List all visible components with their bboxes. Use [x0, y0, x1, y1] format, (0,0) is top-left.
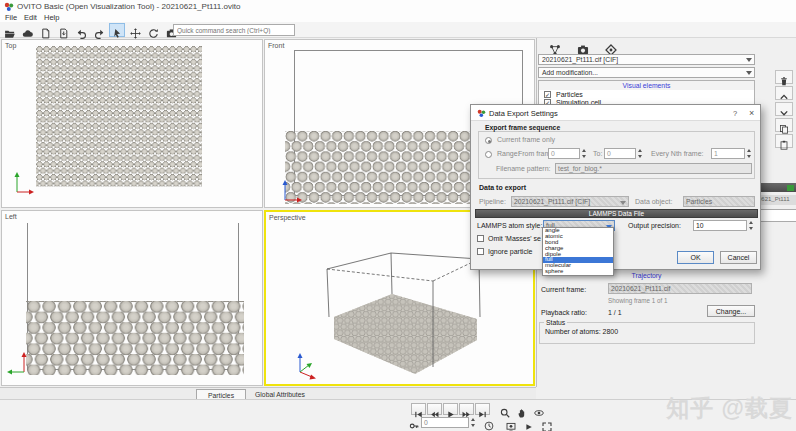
- file-section-header-partial: [758, 183, 796, 192]
- particles-render-left: [26, 301, 244, 375]
- pipeline-combo: 20210621_Pt111.cif [CIF]: [511, 196, 629, 207]
- axis-tripod-icon: [11, 168, 35, 196]
- chevron-up-icon[interactable]: [775, 86, 793, 100]
- axis-tripod-icon: [288, 350, 318, 382]
- dropdown-option[interactable]: sphere: [543, 269, 613, 275]
- maximize-icon[interactable]: [539, 418, 554, 431]
- jump-end-button[interactable]: [475, 403, 490, 415]
- viewport-front-label: Front: [268, 42, 284, 49]
- play-button[interactable]: [443, 403, 458, 415]
- from-frame-field[interactable]: 0: [548, 148, 580, 159]
- trash-icon[interactable]: [775, 70, 793, 84]
- hand-icon[interactable]: [514, 404, 529, 417]
- data-export-settings-dialog: Data Export Settings ? × Export frame se…: [470, 104, 761, 270]
- ignore-particle-label: Ignore particle: [488, 248, 532, 255]
- every-nth-spinner[interactable]: [746, 148, 753, 159]
- pipeline-label: Pipeline:: [479, 198, 506, 205]
- render-tab-icon[interactable]: [574, 40, 592, 55]
- visual-elements-header: Visual elements: [539, 81, 754, 90]
- filename-pattern-field[interactable]: test_for_blog.*: [555, 163, 752, 174]
- axis-tripod-icon: [6, 347, 32, 377]
- status-text: Number of atoms: 2800: [545, 328, 618, 335]
- to-label: To:: [593, 150, 602, 157]
- menu-help[interactable]: Help: [44, 13, 59, 22]
- output-precision-field[interactable]: 10: [693, 220, 747, 231]
- folder-open-icon[interactable]: [1, 23, 17, 37]
- jump-start-button[interactable]: [411, 403, 426, 415]
- status-header: Status: [544, 319, 567, 326]
- rotate-icon[interactable]: [145, 23, 161, 37]
- omit-masses-checkbox[interactable]: [477, 235, 484, 242]
- dialog-help-button[interactable]: ?: [733, 109, 737, 118]
- ovito-window: OVITO Basic (Open Visualization Tool) - …: [0, 0, 796, 431]
- dialog-close-button[interactable]: ×: [749, 108, 754, 118]
- magnifier-icon[interactable]: [497, 404, 512, 417]
- viewport-top[interactable]: Top: [1, 39, 263, 208]
- clipboard-icon[interactable]: [775, 134, 793, 148]
- input-field-partial[interactable]: [758, 209, 796, 222]
- file-save-icon[interactable]: [55, 23, 71, 37]
- viewport-left[interactable]: Left: [1, 210, 263, 386]
- cursor-icon[interactable]: [109, 23, 125, 37]
- clock-icon[interactable]: [481, 417, 496, 430]
- playback-ratio-value: 1 / 1: [608, 309, 622, 316]
- range-radio[interactable]: [485, 151, 492, 158]
- pipeline-source-selector[interactable]: 20210621_Pt111.cif [CIF]: [538, 54, 755, 65]
- from-frame-spinner[interactable]: [581, 148, 588, 159]
- watermark: 知乎 @载夏: [666, 393, 793, 424]
- cloud-import-icon[interactable]: [19, 23, 35, 37]
- visual-element-label: Particles: [556, 91, 583, 98]
- file-new-icon[interactable]: [37, 23, 53, 37]
- copy-icon[interactable]: [775, 118, 793, 132]
- status-ok-indicator: [787, 185, 794, 191]
- data-inspector-tabbar: Particles Global Attributes: [0, 387, 536, 399]
- menu-bar: File Edit Help: [0, 13, 796, 22]
- console-icon[interactable]: [521, 418, 536, 431]
- chevron-down-icon: [620, 201, 626, 205]
- pipeline-tab-icon[interactable]: [546, 40, 564, 55]
- add-modification-selector[interactable]: Add modification...: [538, 67, 755, 78]
- viewport-perspective-label: Perspective: [269, 214, 306, 221]
- viewport-left-label: Left: [5, 213, 17, 220]
- redo-icon[interactable]: [91, 23, 107, 37]
- cancel-button[interactable]: Cancel: [720, 251, 757, 264]
- step-forward-button[interactable]: [459, 403, 474, 415]
- data-object-field: Particles: [683, 196, 755, 207]
- step-back-button[interactable]: [427, 403, 442, 415]
- main-toolbar: [0, 22, 796, 38]
- move-icon[interactable]: [127, 23, 143, 37]
- ok-button[interactable]: OK: [677, 251, 714, 264]
- key-icon[interactable]: [406, 417, 421, 430]
- menu-file[interactable]: File: [5, 13, 17, 22]
- checkbox-icon[interactable]: ✓: [544, 91, 551, 98]
- chevron-down-icon[interactable]: [775, 102, 793, 116]
- ignore-particle-checkbox[interactable]: [477, 248, 484, 255]
- chevron-down-icon: [746, 71, 752, 75]
- change-button[interactable]: Change...: [707, 305, 755, 317]
- render-viewport-icon[interactable]: [503, 418, 518, 431]
- utilities-tab-icon[interactable]: [602, 40, 620, 55]
- every-nth-label: Every Nth frame:: [651, 150, 704, 157]
- to-field[interactable]: 0: [604, 148, 636, 159]
- every-nth-field[interactable]: 1: [711, 148, 745, 159]
- dialog-title: Data Export Settings: [489, 109, 558, 118]
- current-frame-value: 20210621_Pt111.cif: [608, 283, 752, 294]
- undo-icon[interactable]: [73, 23, 89, 37]
- file-type-header: LAMMPS Data File: [475, 209, 758, 218]
- orbit-icon[interactable]: [531, 404, 546, 417]
- to-spinner[interactable]: [637, 148, 644, 159]
- visual-element-row[interactable]: ✓Particles: [539, 90, 754, 98]
- atom-style-dropdown-list: angleatomicbondchargedipolefullmolecular…: [542, 227, 614, 276]
- current-frame-only-radio[interactable]: [485, 137, 492, 144]
- frame-spinner[interactable]: [470, 417, 477, 428]
- pipeline-action-strip: [773, 68, 795, 150]
- data-object-label: Data object:: [635, 198, 672, 205]
- search-input[interactable]: [173, 24, 295, 36]
- app-logo-icon: [4, 2, 14, 12]
- frame-spinbox[interactable]: 0: [421, 417, 469, 428]
- data-to-export-label: Data to export: [479, 184, 526, 191]
- current-frame-only-label: Current frame only: [497, 136, 555, 143]
- menu-edit[interactable]: Edit: [24, 13, 37, 22]
- output-precision-spinner[interactable]: [748, 220, 755, 231]
- dialog-title-bar[interactable]: Data Export Settings ? ×: [471, 105, 760, 121]
